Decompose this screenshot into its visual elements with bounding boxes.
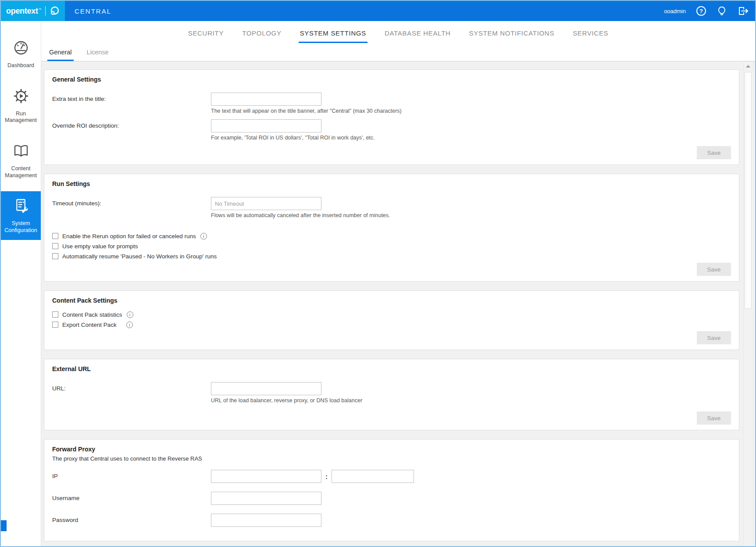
proxy-ip-row: IP :	[52, 470, 731, 483]
sidebar-item-run-management[interactable]: Run Management	[1, 82, 41, 130]
general-settings-card: General Settings Extra text in the title…	[44, 69, 739, 165]
tab-security[interactable]: SECURITY	[187, 23, 225, 43]
proxy-password-input[interactable]	[211, 514, 321, 527]
extra-title-input[interactable]	[211, 93, 321, 106]
rerun-option-label: Enable the Rerun option for failed or ca…	[62, 233, 196, 240]
top-bar: opentext ™ CENTRAL ooadmin ?	[1, 1, 755, 21]
scrollbar-thumb[interactable]	[745, 72, 752, 309]
section-title: Run Settings	[52, 180, 731, 187]
external-url-input[interactable]	[211, 382, 321, 395]
content-pack-statistics-label: Content Pack statistics	[62, 311, 122, 318]
extra-title-helper: The text that will appear on the title b…	[211, 108, 402, 114]
rerun-info-icon[interactable]: i	[200, 233, 207, 240]
auto-resume-paused-checkbox[interactable]	[52, 253, 58, 259]
external-url-card: External URL URL: URL of the load balanc…	[44, 359, 739, 430]
dashboard-gauge-icon	[12, 39, 30, 59]
auto-resume-paused-row: Automatically resume 'Paused - No Worker…	[52, 253, 731, 260]
sidebar-item-label: System Configuration	[2, 220, 40, 234]
external-url-save-button[interactable]: Save	[697, 411, 731, 425]
run-settings-card: Run Settings Timeout (minutes): Flows wi…	[44, 174, 739, 282]
sidebar-item-system-configuration[interactable]: System Configuration	[1, 191, 41, 240]
vertical-scrollbar[interactable]	[743, 61, 752, 546]
subtab-general[interactable]: General	[47, 45, 74, 61]
empty-value-prompts-checkbox[interactable]	[52, 243, 58, 249]
general-settings-save-button[interactable]: Save	[697, 146, 731, 159]
sidebar-item-dashboard[interactable]: Dashboard	[1, 33, 41, 75]
timeout-helper: Flows will be automatically canceled aft…	[211, 212, 390, 218]
export-content-pack-checkbox[interactable]	[52, 322, 58, 328]
corner-accent	[1, 520, 7, 531]
sidebar-item-label: Dashboard	[7, 62, 34, 69]
override-roi-helper: For example, 'Total ROI in US dollars', …	[211, 135, 375, 141]
external-url-helper: URL of the load balancer, reverse proxy,…	[211, 397, 362, 404]
settings-content: General Settings Extra text in the title…	[41, 61, 755, 546]
rerun-option-checkbox[interactable]	[52, 233, 58, 239]
subtab-license[interactable]: License	[85, 45, 111, 61]
proxy-username-row: Username	[52, 492, 731, 505]
proxy-password-row: Password	[52, 514, 731, 527]
empty-value-prompts-label: Use empty value for prompts	[62, 243, 138, 250]
proxy-username-input[interactable]	[211, 492, 321, 505]
empty-value-prompts-row: Use empty value for prompts	[52, 243, 731, 250]
topbar-actions: ooadmin ?	[664, 1, 749, 21]
section-title: General Settings	[52, 76, 731, 83]
content-pack-save-button[interactable]: Save	[697, 331, 731, 344]
trademark-symbol: ™	[39, 8, 42, 11]
export-content-pack-info-icon[interactable]: i	[126, 322, 133, 328]
window-body: Dashboard Run Management	[1, 21, 755, 546]
proxy-ip-input[interactable]	[211, 470, 321, 483]
section-title: Content Pack Settings	[52, 297, 731, 304]
product-title: CENTRAL	[75, 7, 111, 15]
tab-services[interactable]: SERVICES	[571, 23, 610, 43]
help-icon[interactable]: ?	[696, 6, 706, 16]
proxy-port-input[interactable]	[332, 470, 414, 483]
tab-topology[interactable]: TOPOLOGY	[241, 23, 283, 43]
tab-system-notifications[interactable]: SYSTEM NOTIFICATIONS	[468, 23, 556, 43]
logout-icon[interactable]	[738, 6, 749, 16]
timeout-row: Timeout (minutes): Flows will be automat…	[52, 197, 731, 218]
proxy-username-label: Username	[52, 492, 211, 505]
sidebar-item-content-management[interactable]: Content Management	[1, 136, 41, 185]
export-content-pack-row: Export Content Pack i	[52, 321, 731, 328]
secondary-tab-bar: General License	[41, 43, 755, 61]
primary-tab-bar: SECURITY TOPOLOGY SYSTEM SETTINGS DATABA…	[41, 21, 755, 43]
opentext-mark-icon	[49, 5, 61, 17]
forward-proxy-description: The proxy that Central uses to connect t…	[52, 455, 731, 462]
external-url-label: URL:	[52, 382, 211, 404]
opentext-logo[interactable]: opentext ™	[1, 1, 65, 21]
export-content-pack-label: Export Content Pack	[62, 322, 117, 328]
brand-name: opentext	[6, 7, 38, 16]
run-settings-save-button[interactable]: Save	[697, 263, 731, 276]
override-roi-input[interactable]	[211, 119, 321, 132]
main-area: SECURITY TOPOLOGY SYSTEM SETTINGS DATABA…	[41, 21, 755, 546]
sidebar-item-label: Run Management	[2, 111, 40, 124]
tab-system-settings[interactable]: SYSTEM SETTINGS	[299, 23, 367, 43]
ip-port-separator: :	[325, 473, 328, 480]
timeout-label: Timeout (minutes):	[52, 197, 211, 218]
section-title: External URL	[52, 365, 731, 372]
content-pack-statistics-info-icon[interactable]: i	[127, 311, 133, 318]
sidebar-item-label: Content Management	[2, 165, 40, 179]
forward-proxy-card: Forward Proxy The proxy that Central use…	[44, 439, 739, 541]
extra-title-row: Extra text in the title: The text that w…	[52, 93, 731, 114]
scroll-up-arrow-icon[interactable]	[746, 65, 750, 68]
override-roi-row: Override ROI description: For example, '…	[52, 119, 731, 141]
sidebar: Dashboard Run Management	[1, 21, 41, 546]
tab-database-health[interactable]: DATABASE HEALTH	[383, 23, 452, 43]
external-url-row: URL: URL of the load balancer, reverse p…	[52, 382, 731, 404]
username[interactable]: ooadmin	[664, 8, 686, 14]
system-config-wrench-icon	[12, 197, 30, 217]
proxy-ip-label: IP	[52, 470, 211, 483]
run-checkbox-group: Enable the Rerun option for failed or ca…	[52, 232, 731, 260]
section-title: Forward Proxy	[52, 446, 731, 453]
run-gear-play-icon	[12, 87, 30, 107]
lightbulb-icon[interactable]	[717, 6, 727, 16]
proxy-password-label: Password	[52, 514, 211, 527]
rerun-option-row: Enable the Rerun option for failed or ca…	[52, 232, 731, 240]
extra-title-label: Extra text in the title:	[52, 93, 211, 114]
timeout-input[interactable]	[211, 197, 321, 210]
content-pack-statistics-checkbox[interactable]	[52, 311, 58, 318]
application-window: opentext ™ CENTRAL ooadmin ?	[0, 0, 756, 547]
content-book-icon	[12, 142, 30, 162]
content-pack-statistics-row: Content Pack statistics i	[52, 311, 731, 318]
